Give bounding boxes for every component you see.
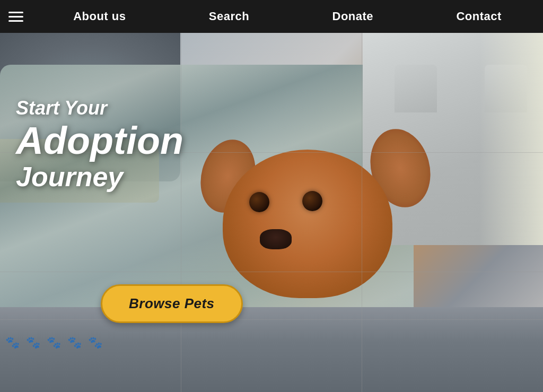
window-light bbox=[479, 33, 543, 245]
hero-section: Start Your Adoption Journey 🐾 🐾 🐾 🐾 🐾 Br… bbox=[0, 33, 543, 392]
paw-icon-4: 🐾 bbox=[67, 336, 82, 350]
hero-title-line2: Journey bbox=[16, 162, 270, 192]
browse-pets-button[interactable]: Browse Pets bbox=[101, 284, 243, 323]
nav-about[interactable]: About us bbox=[73, 10, 126, 23]
navbar: About us Search Donate Contact bbox=[0, 0, 543, 33]
hamburger-line-1 bbox=[8, 12, 23, 13]
headrest-ear-left bbox=[395, 65, 437, 112]
paw-icon-5: 🐾 bbox=[88, 336, 102, 350]
dog-nose bbox=[260, 229, 292, 249]
paw-icon-1: 🐾 bbox=[5, 336, 20, 350]
nav-contact[interactable]: Contact bbox=[456, 10, 501, 23]
nav-links: About us Search Donate Contact bbox=[32, 10, 543, 23]
dog-eye-right bbox=[302, 191, 322, 211]
paw-icon-3: 🐾 bbox=[47, 336, 61, 350]
hero-content: Start Your Adoption Journey bbox=[16, 97, 270, 192]
nav-search[interactable]: Search bbox=[209, 10, 249, 23]
couch-seat bbox=[0, 307, 543, 392]
hero-title-line1: Adoption bbox=[16, 121, 270, 160]
hamburger-button[interactable] bbox=[0, 12, 32, 22]
paw-icon-2: 🐾 bbox=[26, 336, 40, 350]
nav-donate[interactable]: Donate bbox=[332, 10, 374, 23]
paw-prints: 🐾 🐾 🐾 🐾 🐾 bbox=[5, 336, 102, 350]
hamburger-line-2 bbox=[8, 16, 23, 18]
hamburger-line-3 bbox=[8, 20, 23, 22]
hero-subtitle: Start Your bbox=[16, 97, 270, 119]
dog-eye-left bbox=[249, 192, 269, 212]
